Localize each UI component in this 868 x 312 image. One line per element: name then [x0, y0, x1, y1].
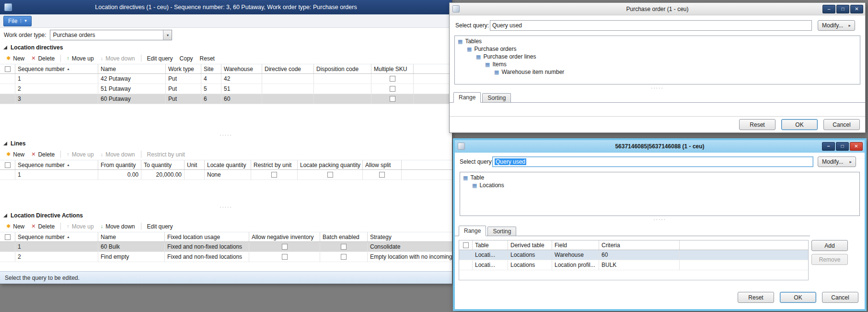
toolbar-button-edit-query[interactable]: Edit query [144, 222, 176, 231]
cell-multiple-sku[interactable] [371, 94, 414, 104]
dropdown-arrow-icon[interactable]: ▼ [163, 30, 172, 40]
checkbox[interactable] [390, 96, 395, 102]
column-header-name[interactable]: Name [98, 64, 166, 73]
checkbox[interactable] [5, 66, 11, 72]
column-header-locate-quantity[interactable]: Locate quantity [205, 160, 251, 169]
ok-button[interactable]: OK [780, 292, 816, 303]
maximize-button[interactable]: □ [836, 142, 849, 151]
toolbar-button-edit-query[interactable]: Edit query [144, 54, 176, 63]
column-header-batch-enabled[interactable]: Batch enabled [320, 232, 368, 241]
titlebar[interactable]: 5637146085|5637146088 (1 - ceu) – □ ✕ [455, 140, 865, 153]
tab-range[interactable]: Range [459, 226, 486, 236]
column-header-unit[interactable]: Unit [185, 160, 205, 169]
resize-grip[interactable]: ····· [455, 217, 865, 223]
resize-grip[interactable]: ····· [0, 204, 452, 210]
minimize-button[interactable]: – [822, 5, 835, 13]
column-header-field[interactable]: Field [552, 240, 599, 250]
checkbox[interactable] [327, 172, 333, 178]
collapse-icon[interactable] [3, 46, 7, 49]
collapse-icon[interactable] [3, 214, 7, 217]
toolbar-button-reset[interactable]: Reset [197, 54, 218, 63]
column-header-allow-negative-inventory[interactable]: Allow negative inventory [249, 232, 320, 241]
column-header-locate-packing-quantity[interactable]: Locate packing quantity [298, 160, 363, 169]
tab-sorting[interactable]: Sorting [482, 93, 511, 102]
row-selector-cell[interactable] [459, 260, 473, 270]
tree-item-purchase-order-lines[interactable]: ▦Purchase order lines [455, 53, 860, 60]
tab-range[interactable]: Range [453, 92, 481, 103]
maximize-button[interactable]: □ [836, 5, 849, 13]
table-row[interactable]: 160 BulkFixed and non-fixed locationsCon… [0, 242, 452, 252]
column-header-warehouse[interactable]: Warehouse [221, 64, 262, 73]
cell-allow-negative-inventory[interactable] [249, 242, 320, 252]
checkbox[interactable] [271, 172, 277, 178]
toolbar-button-move-down[interactable]: ↓Move down [97, 222, 139, 231]
minimize-button[interactable]: – [822, 142, 835, 151]
checkbox[interactable] [390, 76, 395, 82]
column-header-work-type[interactable]: Work type [166, 64, 201, 73]
column-header-strategy[interactable]: Strategy [368, 232, 452, 241]
table-row[interactable]: 251 PutawayPut551 [0, 84, 452, 94]
toolbar-button-move-down[interactable]: ↓Move down [97, 54, 139, 63]
select-all-checkbox[interactable] [0, 232, 15, 241]
ok-button[interactable]: OK [781, 119, 818, 130]
modify-button[interactable]: Modify... ▸ [818, 156, 856, 167]
checkbox[interactable] [341, 244, 347, 250]
cell-multiple-sku[interactable] [371, 84, 414, 94]
column-header-directive-code[interactable]: Directive code [262, 64, 314, 73]
checkbox[interactable] [5, 162, 11, 168]
toolbar-button-restrict-by-unit[interactable]: Restrict by unit [144, 150, 188, 159]
select-query-input[interactable]: Query used [490, 20, 812, 31]
column-header-name[interactable]: Name [98, 232, 165, 241]
cell-restrict-by-unit[interactable] [251, 170, 298, 180]
table-row[interactable]: 10.0020,000.00None [0, 170, 452, 180]
row-selector-cell[interactable] [0, 94, 15, 104]
toolbar-button-copy[interactable]: Copy [176, 54, 197, 63]
tree-item-items[interactable]: ▦Items [455, 60, 860, 68]
cell-allow-negative-inventory[interactable] [249, 252, 320, 262]
checkbox[interactable] [341, 254, 347, 260]
table-row[interactable]: 2Find emptyFixed and non-fixed locations… [0, 252, 452, 262]
toolbar-button-move-down[interactable]: ↓Move down [97, 150, 139, 159]
close-button[interactable]: ✕ [850, 142, 863, 151]
column-header-allow-split[interactable]: Allow split [363, 160, 402, 169]
tree-item-tables[interactable]: ▦Tables [455, 37, 860, 45]
tree-item-warehouse-item-number[interactable]: ▦Warehouse item number [455, 68, 860, 76]
toolbar-button-new[interactable]: ✱New [3, 150, 28, 159]
reset-button[interactable]: Reset [739, 119, 775, 130]
toolbar-button-delete[interactable]: ✕Delete [28, 54, 58, 63]
column-header-sequence-number[interactable]: Sequence number▲ [15, 64, 98, 73]
column-header-criteria[interactable]: Criteria [599, 240, 680, 250]
row-selector-cell[interactable] [0, 74, 15, 84]
table-row[interactable]: Locati...LocationsWarehouse60 [459, 250, 808, 260]
toolbar-button-move-up[interactable]: ↑Move up [63, 150, 97, 159]
select-all-checkbox[interactable] [0, 64, 15, 73]
toolbar-button-delete[interactable]: ✕Delete [28, 222, 58, 231]
cancel-button[interactable]: Cancel [822, 292, 858, 303]
column-header-to-quantity[interactable]: To quantity [141, 160, 185, 169]
row-selector-cell[interactable] [0, 84, 15, 94]
column-header-disposition-code[interactable]: Disposition code [314, 64, 371, 73]
checkbox[interactable] [379, 172, 385, 178]
row-selector-cell[interactable] [459, 250, 473, 260]
column-header-from-quantity[interactable]: From quantity [98, 160, 141, 169]
table-row[interactable]: 360 PutawayPut660 [0, 94, 452, 104]
titlebar[interactable]: Purchase order (1 - ceu) – □ ✕ [450, 3, 865, 15]
cancel-button[interactable]: Cancel [823, 119, 860, 130]
cell-batch-enabled[interactable] [320, 242, 368, 252]
select-all-checkbox[interactable] [459, 240, 473, 250]
toolbar-button-move-up[interactable]: ↑Move up [63, 54, 97, 63]
cell-allow-split[interactable] [363, 170, 402, 180]
select-query-input[interactable]: Query used [492, 156, 813, 167]
column-header-derived-table[interactable]: Derived table [508, 240, 552, 250]
modify-button[interactable]: Modify... ▸ [818, 20, 855, 31]
resize-grip[interactable]: ····· [450, 85, 865, 91]
resize-grip[interactable]: ····· [0, 132, 452, 138]
toolbar-button-new[interactable]: ✱New [3, 54, 28, 63]
work-order-type-select[interactable]: Purchase orders ▼ [50, 30, 172, 40]
table-row[interactable]: 142 PutawayPut442 [0, 74, 452, 84]
column-header-restrict-by-unit[interactable]: Restrict by unit [251, 160, 298, 169]
row-selector-cell[interactable] [0, 170, 15, 180]
table-row[interactable]: Locati...LocationsLocation profil...BULK [459, 260, 808, 270]
remove-button[interactable]: Remove [811, 254, 848, 265]
checkbox[interactable] [463, 242, 469, 248]
